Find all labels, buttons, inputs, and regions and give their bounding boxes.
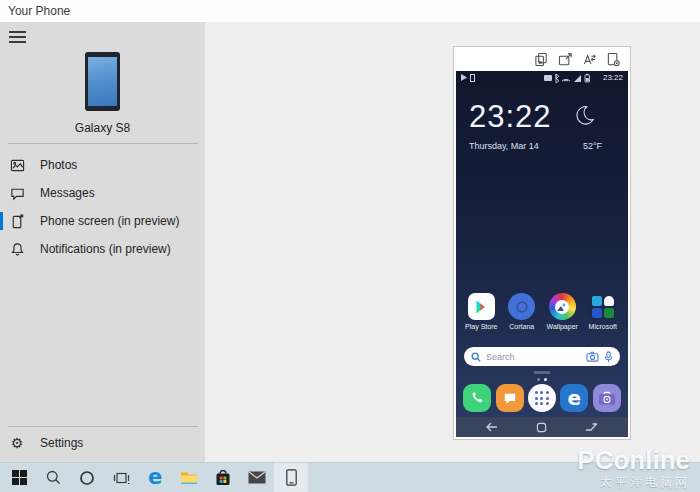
sidebar-item-label: Settings <box>40 436 83 450</box>
folder-mini-icon <box>604 296 614 306</box>
app-cortana[interactable]: Cortana <box>504 293 540 330</box>
search-bar[interactable]: Search <box>464 347 620 366</box>
taskbar: e <box>0 462 700 492</box>
text-input-icon[interactable] <box>582 52 597 67</box>
folder-mini-icon <box>604 308 614 318</box>
phone-screen[interactable]: 23:22 23:22 Thursday, Mar 14 52°F <box>456 71 628 437</box>
gear-icon: ⚙ <box>9 435 25 451</box>
status-left-icons <box>461 74 475 82</box>
phone-mirror-window: 23:22 23:22 Thursday, Mar 14 52°F <box>453 46 631 440</box>
sidebar-divider <box>8 426 198 427</box>
settings-row: ⚙ Settings <box>0 429 205 457</box>
app-label: Wallpaper <box>547 323 578 330</box>
play-store-icon <box>468 293 495 320</box>
messages-app-icon[interactable] <box>496 384 524 412</box>
hamburger-icon[interactable] <box>9 31 26 44</box>
app-microsoft-folder[interactable]: Microsoft <box>585 293 621 330</box>
mic-icon[interactable] <box>604 351 613 363</box>
folder-mini-icon <box>592 296 602 306</box>
window-title: Your Phone <box>8 4 70 18</box>
your-phone-app-window: Your Phone Galaxy S8 Photos Messages <box>0 0 700 492</box>
store-button[interactable] <box>206 463 240 492</box>
mail-button[interactable] <box>240 463 274 492</box>
microsoft-folder-icon <box>589 293 616 320</box>
drawer-handle[interactable] <box>534 371 551 374</box>
edge-logo: e <box>568 388 582 408</box>
search-icon <box>46 470 61 485</box>
clock-date: Thursday, Mar 14 <box>469 141 539 151</box>
recents-icon[interactable] <box>585 422 598 432</box>
sidebar-item-label: Messages <box>40 186 95 200</box>
cortana-icon <box>508 293 535 320</box>
cortana-button[interactable] <box>70 463 104 492</box>
phone-status-bar: 23:22 <box>456 71 628 84</box>
sidebar: Galaxy S8 Photos Messages Phone screen (… <box>0 22 205 462</box>
back-icon[interactable] <box>486 422 498 432</box>
app-label: Cortana <box>509 323 534 330</box>
sidebar-item-photos[interactable]: Photos <box>0 151 205 179</box>
home-app-row: Play Store Cortana Wallpaper <box>456 293 628 330</box>
copy-screens-icon[interactable] <box>534 52 549 67</box>
device-thumbnail <box>85 52 120 111</box>
apps-drawer-icon[interactable] <box>528 384 556 412</box>
edge-icon: e <box>148 467 162 488</box>
search-placeholder: Search <box>486 352 581 362</box>
sidebar-menu: Photos Messages Phone screen (in preview… <box>0 151 205 263</box>
taskbar-search-button[interactable] <box>36 463 70 492</box>
page-indicator <box>537 378 547 381</box>
mail-icon <box>248 471 266 484</box>
home-icon[interactable] <box>536 422 547 433</box>
your-phone-button[interactable] <box>274 463 308 492</box>
dock: e <box>456 384 628 412</box>
sidebar-item-messages[interactable]: Messages <box>0 179 205 207</box>
sidebar-item-label: Phone screen (in preview) <box>40 214 179 228</box>
phone-app-icon[interactable] <box>463 384 491 412</box>
clock-widget: 23:22 Thursday, Mar 14 52°F <box>469 101 618 151</box>
notifications-icon <box>9 241 25 257</box>
sidebar-item-notifications[interactable]: Notifications (in preview) <box>0 235 205 263</box>
sidebar-item-phone-screen[interactable]: Phone screen (in preview) <box>0 207 205 235</box>
status-icon-cluster <box>544 73 600 83</box>
file-explorer-button[interactable] <box>172 463 206 492</box>
edge-app-icon[interactable]: e <box>560 384 588 412</box>
photos-icon <box>9 157 25 173</box>
sidebar-divider <box>8 143 198 144</box>
edge-button[interactable]: e <box>138 463 172 492</box>
app-label: Play Store <box>465 323 497 330</box>
open-window-icon[interactable] <box>558 52 573 67</box>
device-thumbnail-screen <box>88 57 117 106</box>
phone-screen-icon <box>9 213 25 229</box>
search-icon <box>471 352 481 362</box>
wallpaper-icon <box>549 293 576 320</box>
screenshot-icon[interactable] <box>606 52 621 67</box>
status-time: 23:22 <box>603 73 623 82</box>
device-icon <box>470 74 475 82</box>
your-phone-icon <box>286 469 297 486</box>
clock-time: 23:22 <box>469 101 552 132</box>
crescent-moon-icon <box>574 104 596 126</box>
file-explorer-icon <box>180 470 198 485</box>
task-view-button[interactable] <box>104 463 138 492</box>
folder-mini-icon <box>592 308 602 318</box>
app-label: Microsoft <box>589 323 617 330</box>
task-view-icon <box>113 471 130 485</box>
title-bar: Your Phone <box>0 0 700 22</box>
device-name: Galaxy S8 <box>0 121 205 135</box>
camera-app-icon[interactable] <box>593 384 621 412</box>
clock-temperature: 52°F <box>583 141 602 151</box>
mirror-toolbar <box>454 47 630 71</box>
messages-icon <box>9 185 25 201</box>
play-icon <box>461 74 467 81</box>
store-icon <box>215 470 231 486</box>
camera-icon[interactable] <box>586 351 599 362</box>
sidebar-item-label: Notifications (in preview) <box>40 242 171 256</box>
android-nav-bar <box>456 417 628 437</box>
app-play-store[interactable]: Play Store <box>463 293 499 330</box>
start-button[interactable] <box>2 463 36 492</box>
sidebar-item-settings[interactable]: ⚙ Settings <box>0 429 205 457</box>
sidebar-item-label: Photos <box>40 158 77 172</box>
cortana-icon <box>79 470 95 486</box>
start-icon <box>12 470 27 485</box>
status-right-icons: 23:22 <box>544 73 623 83</box>
app-wallpaper[interactable]: Wallpaper <box>544 293 580 330</box>
